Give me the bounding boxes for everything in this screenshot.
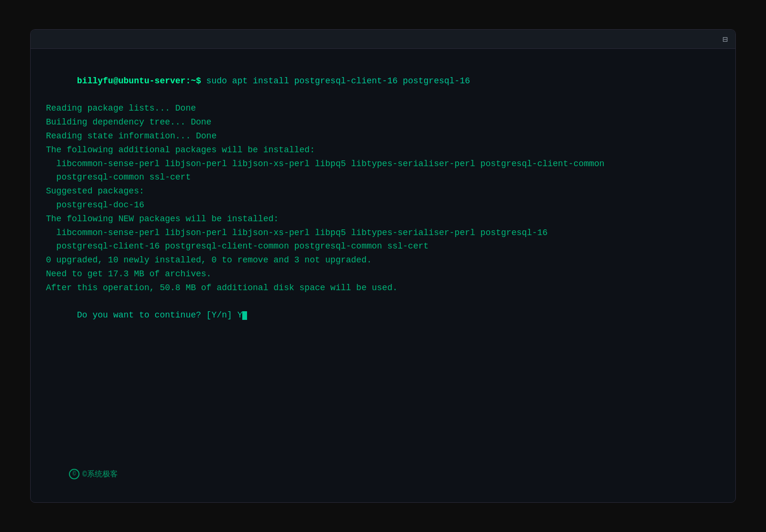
terminal-body[interactable]: billyfu@ubuntu-server:~$ sudo apt instal… <box>31 49 735 502</box>
terminal-line-5: libcommon-sense-perl libjson-perl libjso… <box>46 157 720 171</box>
cursor <box>242 311 247 320</box>
terminal-line-13: Need to get 17.3 MB of archives. <box>46 267 720 281</box>
terminal-line-4: The following additional packages will b… <box>46 143 720 157</box>
terminal-line-8: postgresql-doc-16 <box>46 198 720 212</box>
input-prompt-text: Do you want to continue? [Y/n] Y <box>77 310 243 320</box>
terminal-line-1: Reading package lists... Done <box>46 102 720 115</box>
watermark: © ©系统极客 <box>69 469 118 479</box>
terminal-line-6: postgresql-common ssl-cert <box>46 170 720 184</box>
terminal-line-3: Reading state information... Done <box>46 129 720 143</box>
terminal-line-9: The following NEW packages will be insta… <box>46 212 720 226</box>
user-host: billyfu@ubuntu-server:~$ <box>77 76 201 86</box>
terminal-line-2: Building dependency tree... Done <box>46 115 720 129</box>
terminal-line-10: libcommon-sense-perl libjson-perl libjso… <box>46 226 720 240</box>
terminal-line-11: postgresql-client-16 postgresql-client-c… <box>46 239 720 253</box>
terminal-line-7: Suggested packages: <box>46 184 720 198</box>
terminal-window: ⊟ billyfu@ubuntu-server:~$ sudo apt inst… <box>30 29 736 503</box>
terminal-line-prompt: billyfu@ubuntu-server:~$ sudo apt instal… <box>46 60 720 102</box>
terminal-line-12: 0 upgraded, 10 newly installed, 0 to rem… <box>46 253 720 267</box>
watermark-text: ©系统极客 <box>82 469 118 479</box>
terminal-line-input[interactable]: Do you want to continue? [Y/n] Y <box>46 295 720 336</box>
watermark-icon: © <box>69 469 79 479</box>
terminal-line-14: After this operation, 50.8 MB of additio… <box>46 281 720 295</box>
terminal-titlebar: ⊟ <box>31 30 735 49</box>
split-view-icon[interactable]: ⊟ <box>722 34 728 45</box>
command-text: sudo apt install postgresql-client-16 po… <box>201 76 470 86</box>
